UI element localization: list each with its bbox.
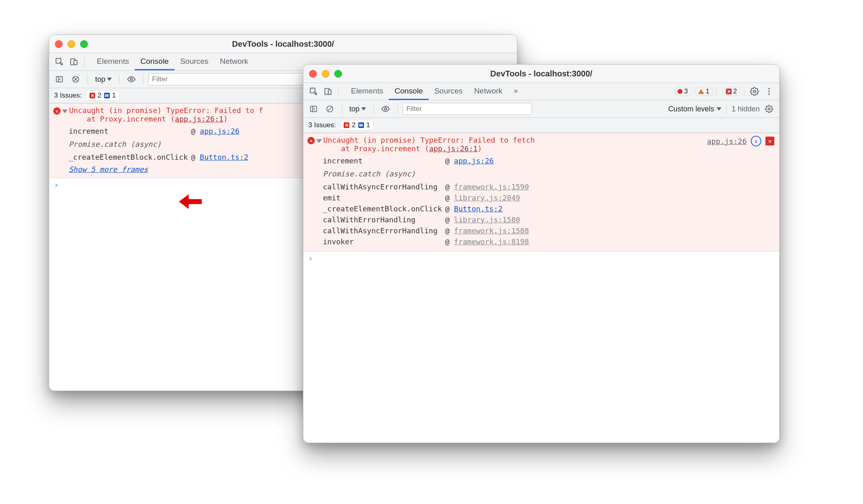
disclosure-triangle-icon[interactable]	[62, 110, 68, 113]
window-title: DevTools - localhost:3000/	[303, 69, 779, 78]
warning-count-pill[interactable]: 1	[695, 87, 713, 96]
tab-console[interactable]: Console	[135, 53, 174, 70]
clear-console-icon[interactable]	[323, 102, 337, 116]
stack-frame[interactable]: increment @ app.js:26	[69, 126, 252, 137]
error-source-link[interactable]: app.js:26	[707, 137, 747, 146]
hidden-count[interactable]: 1 hidden	[732, 105, 760, 113]
stage: DevTools - localhost:3000/ Elements Cons…	[0, 0, 863, 504]
devtools-window-front: DevTools - localhost:3000/ Elements Cons…	[303, 64, 780, 443]
chevron-down-icon	[361, 107, 366, 111]
svg-point-17	[384, 108, 387, 110]
live-expression-icon[interactable]	[379, 102, 392, 116]
close-icon[interactable]	[55, 40, 63, 48]
stack-source-link[interactable]: framework.js:1588	[454, 226, 529, 235]
live-expression-icon[interactable]	[124, 72, 138, 86]
stack-frame[interactable]: _createElementBlock.onClick @ Button.ts:…	[323, 203, 532, 214]
stack-source-link[interactable]: app.js:26	[454, 156, 494, 165]
tab-label: Console	[394, 87, 423, 96]
log-levels-selector[interactable]: Custom levels	[668, 105, 721, 113]
tab-sources[interactable]: Sources	[429, 83, 469, 100]
device-toggle-icon[interactable]	[321, 85, 335, 98]
error-icon: ✕	[307, 137, 315, 144]
stack-source-link[interactable]: Button.ts:2	[200, 153, 248, 161]
minimize-icon[interactable]	[68, 40, 75, 48]
console-error[interactable]: app.js:26 ↕ ✕ ✕ Uncaught (in promise) Ty…	[303, 133, 779, 252]
console-body: app.js:26 ↕ ✕ ✕ Uncaught (in promise) Ty…	[303, 133, 779, 443]
inspect-icon[interactable]	[307, 85, 320, 98]
tab-label: Elements	[351, 87, 383, 96]
feedback-badge-icon[interactable]: ✕	[765, 137, 774, 146]
svg-point-18	[768, 108, 770, 110]
more-menu-icon[interactable]	[762, 85, 776, 98]
issues-bar[interactable]: 3 Issues: ✕ 2 ✉ 1	[303, 118, 779, 133]
stack-source-link[interactable]: framework.js:1590	[454, 182, 529, 191]
error-source-link[interactable]: app.js:26:1	[429, 144, 477, 153]
separator	[744, 87, 744, 96]
device-toggle-icon[interactable]	[67, 55, 81, 69]
stack-fn: increment	[69, 126, 191, 137]
error-count-pill[interactable]: 3	[674, 87, 691, 96]
clear-console-icon[interactable]	[69, 72, 83, 86]
maximize-icon[interactable]	[334, 70, 342, 78]
message-badge-icon: ✉	[358, 122, 364, 128]
stack-fn: increment	[323, 155, 445, 166]
inspect-icon[interactable]	[52, 55, 66, 69]
context-label: top	[95, 75, 105, 84]
separator	[342, 104, 342, 114]
separator	[87, 74, 88, 84]
tab-elements[interactable]: Elements	[345, 83, 389, 100]
issues-error-count: 2	[352, 121, 355, 129]
stack-frame[interactable]: invoker @ framework.js:8198	[323, 236, 532, 247]
panel-tabs: Elements Console Sources Network » 3 1 ✕…	[303, 83, 779, 100]
log-levels-label: Custom levels	[668, 105, 714, 113]
tab-elements[interactable]: Elements	[91, 53, 135, 70]
show-more-link[interactable]: Show 5 more frames	[69, 165, 148, 174]
separator	[373, 104, 374, 114]
separator	[338, 87, 339, 96]
stack-frame[interactable]: callWithAsyncErrorHandling @ framework.j…	[323, 225, 532, 236]
stack-fn: callWithErrorHandling	[323, 214, 445, 225]
stack-source-link[interactable]: library.js:2049	[454, 193, 520, 202]
reload-icon[interactable]: ↕	[751, 136, 761, 146]
separator	[119, 74, 120, 84]
stack-frame[interactable]: increment @ app.js:26	[323, 155, 532, 166]
maximize-icon[interactable]	[80, 40, 88, 48]
prompt-icon: ›	[308, 254, 313, 263]
minimize-icon[interactable]	[322, 70, 329, 78]
svg-point-6	[130, 78, 133, 80]
console-prompt[interactable]: ›	[303, 252, 779, 265]
filter-input[interactable]	[403, 103, 532, 115]
titlebar[interactable]: DevTools - localhost:3000/	[49, 35, 517, 53]
stack-frame[interactable]: callWithAsyncErrorHandling @ framework.j…	[323, 181, 532, 192]
tab-label: Sources	[180, 57, 209, 66]
error-badge-icon: ✕	[344, 122, 349, 128]
stack-source-link[interactable]: app.js:26	[200, 127, 240, 135]
tab-network[interactable]: Network	[469, 83, 508, 100]
disclosure-triangle-icon[interactable]	[316, 139, 322, 143]
console-settings-gear-icon[interactable]	[762, 102, 776, 116]
stack-frame[interactable]: _createElementBlock.onClick @ Button.ts:…	[69, 152, 252, 163]
context-selector[interactable]: top	[347, 104, 368, 114]
separator	[397, 104, 398, 114]
stack-source-link[interactable]: framework.js:8198	[454, 237, 529, 246]
tab-network[interactable]: Network	[214, 53, 254, 70]
stack-source-link[interactable]: library.js:1580	[454, 215, 520, 224]
error-source-meta: app.js:26 ↕ ✕	[707, 136, 774, 146]
stack-frame[interactable]: callWithErrorHandling @ library.js:1580	[323, 214, 532, 225]
tab-sources[interactable]: Sources	[174, 53, 214, 70]
more-tabs-icon[interactable]: »	[508, 83, 522, 100]
svg-point-11	[768, 88, 770, 90]
issues-count-pill[interactable]: ✕2	[722, 87, 741, 96]
context-selector[interactable]: top	[93, 74, 114, 85]
stack-frame[interactable]: emit @ library.js:2049	[323, 192, 532, 203]
toggle-sidebar-icon[interactable]	[307, 102, 320, 116]
tab-console[interactable]: Console	[389, 83, 429, 100]
stack-fn: invoker	[323, 236, 445, 247]
toggle-sidebar-icon[interactable]	[52, 72, 66, 86]
settings-gear-icon[interactable]	[747, 85, 761, 98]
error-source-link[interactable]: app.js:26:1	[175, 115, 223, 123]
stack-source-link[interactable]: Button.ts:2	[454, 204, 502, 213]
stack-fn: callWithAsyncErrorHandling	[323, 181, 445, 192]
close-icon[interactable]	[309, 70, 317, 78]
titlebar[interactable]: DevTools - localhost:3000/	[303, 65, 779, 83]
